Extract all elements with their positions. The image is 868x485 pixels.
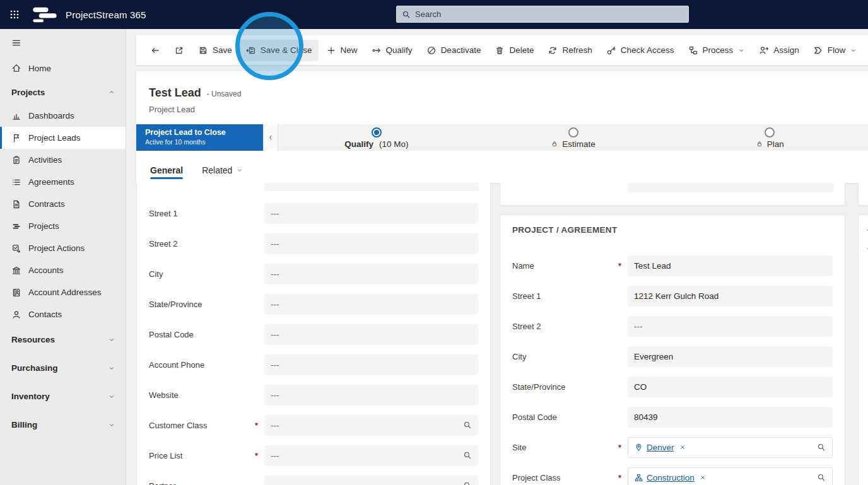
sidebar-collapse-button[interactable] (0, 29, 126, 57)
customer-class-lookup[interactable]: --- (264, 415, 478, 436)
stage-plan[interactable]: Plan (671, 124, 868, 151)
clipped-input[interactable] (264, 183, 479, 191)
field-row: Name * Test Lead (500, 250, 845, 281)
global-search-box[interactable] (396, 6, 689, 23)
qualify-button[interactable]: Qualify (365, 40, 419, 61)
stage-estimate[interactable]: Estimate (475, 124, 672, 151)
active-stage-dot (372, 127, 382, 137)
sidebar-group-inventory[interactable]: Inventory (0, 382, 126, 411)
sidebar-group-purchasing[interactable]: Purchasing (0, 354, 126, 382)
details-card: Street 1 --- Street 2 --- City --- State… (136, 183, 491, 485)
field-row: City Evergreen (500, 341, 845, 371)
sidebar-item-activities[interactable]: Activities (0, 149, 126, 171)
project-street2-input[interactable]: --- (628, 316, 833, 337)
sidebar-group-label: Purchasing (11, 363, 101, 373)
stage-qualify[interactable]: Qualify (10 Mo) (278, 124, 475, 151)
hamburger-icon (11, 38, 21, 48)
lock-icon (756, 140, 763, 148)
required-asterisk: * (618, 261, 621, 271)
website-input[interactable]: --- (264, 385, 478, 406)
save-and-close-button[interactable]: Save & Close (240, 40, 319, 61)
topbar: ProjectStream 365 (0, 0, 868, 29)
refresh-button[interactable]: Refresh (541, 40, 598, 61)
partner-lookup[interactable]: --- (264, 476, 478, 485)
project-actions-icon (11, 243, 21, 254)
project-street1-input[interactable]: 1212 Kerr Gulch Road (628, 286, 833, 307)
flow-button[interactable]: Flow (807, 40, 864, 61)
check-access-button[interactable]: Check Access (600, 40, 681, 61)
price-list-lookup[interactable]: --- (264, 445, 478, 466)
assign-button[interactable]: Assign (753, 40, 806, 61)
lookup-icon[interactable] (463, 451, 472, 460)
flow-icon (813, 45, 823, 56)
deactivate-icon (426, 45, 437, 56)
clipped-input[interactable] (628, 183, 834, 192)
sidebar-group-resources[interactable]: Resources (0, 325, 126, 354)
chevron-down-icon (737, 47, 745, 54)
sidebar-item-contacts[interactable]: Contacts (0, 303, 126, 325)
activities-icon (11, 155, 21, 165)
sitemap-icon (635, 474, 643, 482)
stage-dot (568, 127, 578, 137)
project-class-lookup[interactable]: Construction (628, 467, 833, 485)
remove-value-icon[interactable] (700, 474, 706, 481)
sidebar-item-contracts[interactable]: Contracts (0, 193, 126, 215)
required-asterisk: * (618, 473, 621, 482)
sidebar-item-project-actions[interactable]: Project Actions (0, 237, 126, 259)
process-collapse-button[interactable] (263, 124, 278, 151)
process-name: Project Lead to Close (145, 128, 263, 137)
state-province-input[interactable]: --- (264, 294, 478, 315)
field-row: Street 2 --- (500, 311, 845, 341)
lookup-icon[interactable] (817, 473, 826, 482)
field-label: Project Class (512, 473, 561, 482)
field-label: State/Province (512, 382, 566, 392)
remove-value-icon[interactable] (679, 444, 686, 450)
chevron-down-icon (850, 47, 857, 54)
sidebar-item-dashboards[interactable]: Dashboards (0, 105, 126, 127)
sidebar-item-home[interactable]: Home (0, 57, 126, 79)
app-launcher-button[interactable] (0, 0, 29, 29)
record-title-row: Test Lead - Unsaved (149, 86, 241, 100)
tab-general[interactable]: General (150, 158, 183, 183)
project-city-input[interactable]: Evergreen (628, 346, 833, 367)
deactivate-button[interactable]: Deactivate (420, 40, 488, 61)
postal-code-input[interactable]: --- (264, 324, 478, 345)
sidebar-item-projects[interactable]: Projects (0, 215, 126, 237)
sidebar-group-projects[interactable]: Projects (0, 79, 126, 105)
project-state-input[interactable]: CO (628, 377, 833, 397)
sidebar-item-agreements[interactable]: Agreements (0, 171, 126, 193)
app-title: ProjectStream 365 (66, 9, 146, 20)
contacts-icon (11, 310, 21, 320)
sidebar-item-accounts[interactable]: Accounts (0, 259, 126, 281)
open-in-new-window-button[interactable] (168, 40, 191, 61)
field-row: Website --- (137, 380, 490, 410)
lookup-icon[interactable] (817, 443, 826, 452)
city-input[interactable]: --- (264, 264, 478, 284)
project-name-input[interactable]: Test Lead (628, 255, 833, 276)
back-button[interactable] (144, 40, 167, 61)
app-launcher-icon (9, 9, 20, 20)
search-input[interactable] (415, 9, 683, 19)
sidebar-group-billing[interactable]: Billing (0, 411, 126, 439)
street1-input[interactable]: --- (264, 203, 478, 224)
process-name-box[interactable]: Project Lead to Close Active for 10 mont… (136, 124, 263, 151)
field-row: Price List * --- (137, 440, 490, 470)
sidebar-item-account-addresses[interactable]: Account Addresses (0, 281, 126, 303)
delete-button[interactable]: Delete (488, 40, 540, 61)
tab-related[interactable]: Related (202, 158, 243, 183)
save-button[interactable]: Save (192, 40, 238, 61)
tab-bar: General Related (150, 158, 243, 183)
lookup-icon[interactable] (463, 481, 472, 485)
lookup-icon[interactable] (463, 421, 472, 429)
sidebar-item-project-leads[interactable]: Project Leads (0, 127, 126, 149)
field-row: Site * Denver (500, 432, 845, 462)
project-postal-input[interactable]: 80439 (628, 407, 833, 428)
process-button[interactable]: Process (682, 40, 752, 61)
site-value-link[interactable]: Denver (647, 443, 674, 452)
sidebar-item-label: Contracts (28, 199, 65, 209)
account-phone-input[interactable]: --- (264, 354, 478, 375)
project-class-value-link[interactable]: Construction (647, 473, 695, 482)
street2-input[interactable]: --- (264, 233, 478, 254)
site-lookup[interactable]: Denver (628, 437, 833, 458)
new-button[interactable]: New (320, 40, 364, 61)
